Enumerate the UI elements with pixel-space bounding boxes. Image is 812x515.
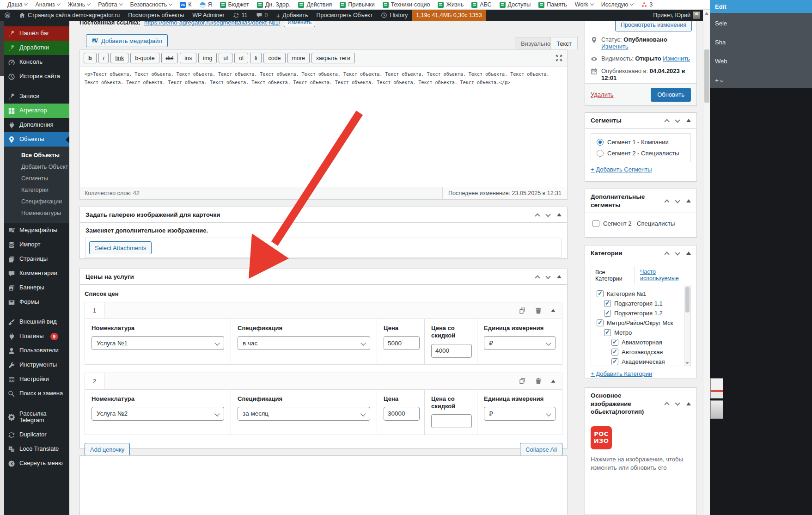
admin-bar-comments[interactable]: 0 [252, 10, 272, 21]
edit-status-link[interactable]: Изменить [601, 43, 629, 50]
order-up-icon[interactable] [535, 275, 540, 280]
sidebar-item-telegram-mailing[interactable]: Рассылка Telegram [4, 406, 69, 428]
sidebar-item-additions[interactable]: Дополнения [4, 118, 69, 132]
sidebar-item-pages[interactable]: Страницы [4, 252, 69, 266]
segment-option[interactable]: Сегмент 1 - Компании [597, 139, 685, 146]
side-panel-add-button[interactable]: + [715, 77, 807, 84]
wp-logo-menu[interactable] [0, 10, 15, 21]
panel-toggle-icon[interactable] [557, 275, 562, 278]
order-down-icon[interactable] [675, 250, 680, 255]
bookmark-link[interactable]: Техники-социо [383, 1, 430, 8]
admin-bar-site-name[interactable]: Страница сайта demo-agregator.ru [15, 10, 124, 21]
qt-del-button[interactable]: del [161, 53, 178, 63]
object-logo-image[interactable]: РОС ИЗО [591, 426, 612, 449]
bookmark-link[interactable]: Привычки [340, 1, 375, 8]
admin-bar-view-objects[interactable]: Посмотреть объекты [124, 10, 188, 21]
sidebar-item-console[interactable]: Консоль [4, 55, 69, 69]
admin-bar-account[interactable]: Привет, Юрий [649, 10, 703, 21]
add-media-button[interactable]: Добавить медиафайл [86, 34, 168, 47]
add-segments-link[interactable]: + Добавить Сегменты [591, 166, 652, 173]
admin-bar-history[interactable]: History [377, 10, 412, 21]
sidebar-subitem-segments[interactable]: Сегменты [4, 173, 69, 184]
add-categories-link[interactable]: + Добавить Категории [591, 370, 652, 377]
row-delete-icon[interactable] [535, 307, 542, 314]
bookmark-link[interactable]: Я [200, 1, 212, 8]
main-image-header[interactable]: Основное изображение обьекта(логотип) [585, 388, 696, 420]
sidebar-item-forms[interactable]: Формы [4, 295, 69, 309]
row-collapse-icon[interactable] [551, 309, 556, 312]
qt-ol-button[interactable]: ol [234, 53, 248, 63]
order-up-icon[interactable] [664, 119, 669, 124]
admin-bar-wp-adminer[interactable]: WP Adminer [188, 10, 228, 21]
admin-bar-updates[interactable]: 11 [229, 10, 252, 21]
sidebar-item-aggregator[interactable]: Агрегатор [4, 104, 69, 118]
side-panel-header[interactable]: Edit [710, 0, 812, 13]
scroll-down-icon[interactable] [685, 362, 689, 364]
category-option[interactable]: Авиамоторная [591, 337, 684, 347]
sidebar-subitem-all-objects[interactable]: Все Объекты [4, 150, 69, 161]
price-row-number[interactable]: 2 [85, 373, 104, 389]
prices-panel-header[interactable]: Цены на услуги [80, 269, 567, 285]
row-delete-icon[interactable] [535, 377, 542, 385]
mini-preview[interactable] [710, 400, 723, 419]
extra-segment-option[interactable]: Сегмент 2 - Специалисты [585, 213, 696, 234]
side-panel-item[interactable]: Sha [715, 39, 807, 46]
sidebar-item-site-history[interactable]: История сайта [4, 69, 69, 84]
scrollbar-thumb[interactable] [685, 287, 690, 313]
panel-toggle-icon[interactable] [686, 251, 691, 255]
qt-link-button[interactable]: link [110, 53, 128, 63]
sidebar-item-bug-report[interactable]: Нашёл баг [4, 26, 69, 41]
qt-bold-button[interactable]: b [84, 53, 97, 63]
bookmark-link[interactable]: 3 [641, 1, 653, 8]
segment-option[interactable]: Сегмент 2 - Специалисты [597, 150, 685, 157]
qt-ins-button[interactable]: ins [180, 53, 196, 63]
nomenclature-select[interactable]: Услуга №1 [92, 336, 224, 350]
tab-all-categories[interactable]: Все Категории [591, 266, 635, 285]
sidebar-item-settings[interactable]: Настройки [4, 372, 69, 386]
category-option[interactable]: Подкатегория 1.1 [591, 299, 684, 308]
sidebar-item-users[interactable]: Пользователи [4, 343, 69, 358]
sidebar-item-banners[interactable]: Баннеры [4, 281, 69, 295]
tab-frequently-used[interactable]: Часто используемые [640, 269, 691, 285]
add-chain-button[interactable]: Add цепочку [85, 443, 130, 456]
editor-fullscreen-icon[interactable] [555, 54, 563, 62]
order-up-icon[interactable] [535, 213, 540, 218]
update-button[interactable]: Обновить [651, 88, 691, 102]
bookmark-link[interactable]: Бюджет [220, 1, 249, 8]
sidebar-item-comments[interactable]: Комментарии [4, 266, 69, 281]
bookmark-folder[interactable]: Даша [7, 1, 27, 8]
bookmark-link[interactable]: Дн. Здор. [257, 1, 291, 8]
discount-price-input[interactable] [431, 414, 472, 428]
extra-segments-header[interactable]: Дополнительные сегменты [585, 189, 696, 213]
delete-link[interactable]: Удалить [591, 91, 614, 98]
scroll-up-icon[interactable] [705, 12, 708, 15]
nomenclature-select[interactable]: Услуга №2 [92, 407, 224, 421]
panel-toggle-icon[interactable] [686, 402, 691, 405]
qt-code-button[interactable]: code [263, 53, 285, 63]
tab-text[interactable]: Текст [550, 37, 578, 49]
bookmark-folder[interactable]: Работа [98, 1, 122, 8]
bookmark-folder[interactable]: Безопасность [130, 1, 172, 8]
category-option[interactable]: Автозаводская [591, 347, 684, 357]
sidebar-item-appearance[interactable]: Внешний вид [4, 315, 69, 329]
qt-bquote-button[interactable]: b-quote [130, 53, 159, 63]
side-panel-item[interactable]: Web [715, 58, 807, 65]
category-option[interactable]: Академическая [591, 357, 684, 366]
sidebar-subitem-categories[interactable]: Категории [4, 184, 69, 196]
order-down-icon[interactable] [545, 274, 550, 279]
bookmark-link[interactable]: Доступы [500, 1, 531, 8]
order-down-icon[interactable] [545, 212, 550, 217]
sidebar-item-media[interactable]: Медиафайлы [4, 223, 69, 238]
row-duplicate-icon[interactable] [519, 307, 526, 314]
specification-select[interactable]: за месяц [238, 407, 370, 421]
category-option[interactable]: Подкатегория 1.2 [591, 308, 684, 318]
bookmark-link[interactable]: Действия [298, 1, 332, 8]
category-option[interactable]: Метро [591, 328, 684, 337]
qt-img-button[interactable]: img [198, 53, 217, 63]
qt-italic-button[interactable]: i [98, 53, 109, 63]
sidebar-item-collapse-menu[interactable]: Свернуть меню [4, 456, 69, 471]
qt-more-button[interactable]: more [287, 53, 310, 63]
bookmark-link[interactable]: Память [538, 1, 567, 8]
admin-bar-performance-stats[interactable]: 1,19с 41,4МБ 0,30с 1353 [412, 10, 486, 21]
side-panel-item[interactable]: Sele [715, 20, 807, 27]
